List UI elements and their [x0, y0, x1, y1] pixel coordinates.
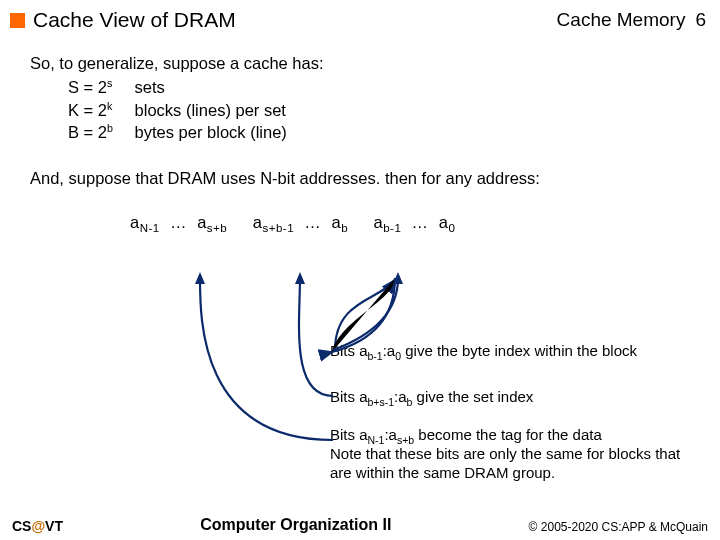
ellipsis: … — [304, 213, 321, 231]
cap-text: give the set index — [412, 388, 533, 405]
addr-sym: a — [130, 213, 140, 231]
cap-text: :a — [383, 342, 396, 359]
spec-b-lhs: B = 2 — [68, 123, 107, 141]
paragraph-addresses: And, suppose that DRAM uses N-bit addres… — [30, 167, 696, 189]
address-bits-row: aN-1 … as+b as+b-1 … ab ab-1 … a0 — [30, 211, 696, 233]
spec-row-b: B = 2b bytes per block (line) — [30, 121, 696, 143]
addr-sym: a — [439, 213, 449, 231]
spec-s-sup: s — [107, 77, 112, 89]
addr-sym: a — [373, 213, 383, 231]
slide: Cache View of DRAM Cache Memory 6 So, to… — [0, 0, 720, 540]
ellipsis: … — [170, 213, 187, 231]
intro-text: So, to generalize, suppose a cache has: — [30, 52, 696, 74]
cap-text: :a — [384, 426, 397, 443]
cap-sub: b+s-1 — [368, 396, 395, 408]
spec-s-lhs: S = 2 — [68, 78, 107, 96]
spec-row-k: K = 2k blocks (lines) per set — [30, 99, 696, 121]
slide-body: So, to generalize, suppose a cache has: … — [0, 36, 720, 234]
addr-sub: s+b-1 — [262, 223, 294, 235]
svg-marker-0 — [393, 272, 403, 284]
addr-sub: b — [341, 223, 348, 235]
spec-k-sup: k — [107, 99, 112, 111]
spec-b-sup: b — [107, 121, 113, 133]
addr-sub: 0 — [448, 223, 455, 235]
accent-square-icon — [10, 13, 25, 28]
header-section: Cache Memory — [557, 9, 686, 31]
footer: CS@VT Computer Organization II © 2005-20… — [0, 516, 720, 534]
spec-s-rhs: sets — [135, 76, 165, 98]
cap-text: Bits a — [330, 342, 368, 359]
addr-sub: s+b — [207, 223, 227, 235]
slide-title: Cache View of DRAM — [33, 8, 557, 32]
footer-left: CS@VT — [12, 518, 63, 534]
cap-text: :a — [394, 388, 407, 405]
caption-byte-index: Bits ab-1:a0 give the byte index within … — [330, 342, 700, 361]
cap-sub: b-1 — [368, 350, 383, 362]
footer-center: Computer Organization II — [63, 516, 529, 534]
footer-vt: VT — [45, 518, 63, 534]
addr-sym: a — [197, 213, 207, 231]
cap-text: give the byte index within the block — [401, 342, 637, 359]
footer-right: © 2005-2020 CS:APP & McQuain — [529, 520, 708, 534]
page-number: 6 — [695, 9, 706, 31]
cap-text: Bits a — [330, 426, 368, 443]
spec-b-rhs: bytes per block (line) — [135, 121, 287, 143]
caption-tag: Bits aN-1:as+b become the tag for the da… — [330, 426, 700, 482]
cap-text-line2: Note that these bits are only the same f… — [330, 445, 680, 481]
cap-text: become the tag for the data — [414, 426, 602, 443]
spec-k-lhs: K = 2 — [68, 101, 107, 119]
svg-marker-2 — [195, 272, 205, 284]
title-row: Cache View of DRAM Cache Memory 6 — [0, 0, 720, 36]
addr-sub: N-1 — [140, 223, 160, 235]
addr-sym: a — [331, 213, 341, 231]
svg-marker-1 — [295, 272, 305, 284]
footer-cs: CS — [12, 518, 31, 534]
cap-text: Bits a — [330, 388, 368, 405]
footer-at: @ — [31, 518, 45, 534]
caption-set-index: Bits ab+s-1:ab give the set index — [330, 388, 700, 407]
spec-k-rhs: blocks (lines) per set — [135, 99, 286, 121]
ellipsis: … — [412, 213, 429, 231]
addr-sub: b-1 — [383, 223, 401, 235]
spec-row-s: S = 2s sets — [30, 76, 696, 98]
addr-sym: a — [253, 213, 263, 231]
